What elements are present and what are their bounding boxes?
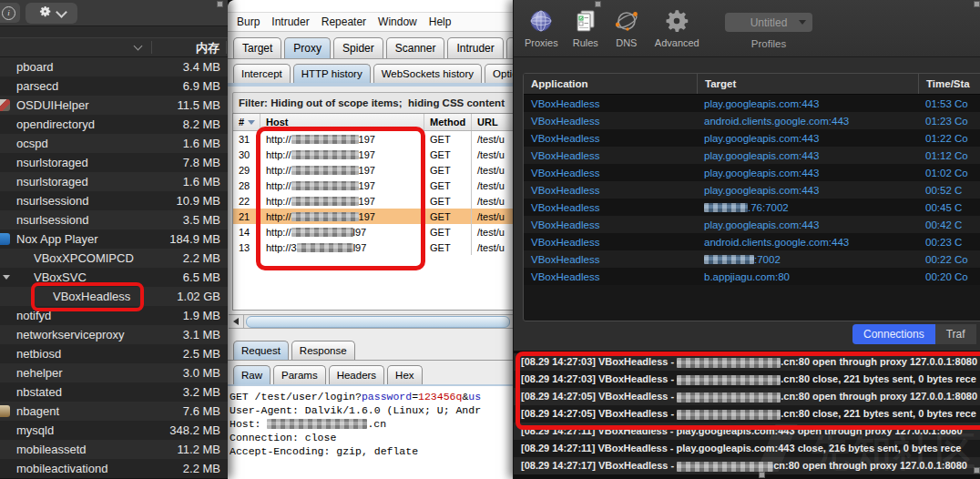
http-history-row[interactable]: 14http://l97GET/test/u <box>233 224 517 240</box>
column-divider <box>226 41 227 54</box>
process-memory: 2.5 MB <box>183 347 220 361</box>
tab-target[interactable]: Target <box>233 37 281 58</box>
host-suffix: 197 <box>359 196 375 207</box>
window-resize-handle[interactable] <box>217 1 223 7</box>
toolbar-button-advanced[interactable]: Advanced <box>655 0 699 56</box>
process-row[interactable]: netbiosd2.5 MB <box>0 344 228 363</box>
tab-request[interactable]: Request <box>233 341 289 360</box>
connection-row[interactable]: VBoxHeadlessb.appjiagu.com:8000:20 Co <box>524 268 980 285</box>
tab-params[interactable]: Params <box>273 365 326 384</box>
window-resize-handle[interactable] <box>974 467 980 474</box>
process-row[interactable]: parsecd6.9 MB <box>0 76 228 96</box>
connection-row[interactable]: VBoxHeadlessplay.googleapis.com:44300:42… <box>524 216 980 233</box>
column-header-method[interactable]: Method <box>424 114 472 130</box>
profiles-dropdown[interactable]: Untitled <box>725 13 812 32</box>
tab-headers[interactable]: Headers <box>329 365 384 384</box>
info-button[interactable]: i <box>0 3 20 23</box>
horizontal-scrollbar[interactable] <box>229 314 518 329</box>
column-header-host[interactable]: Host <box>260 114 424 130</box>
tab-raw[interactable]: Raw <box>233 365 271 384</box>
request-text: GET /test/user/login? <box>230 391 362 403</box>
subtab-intercept[interactable]: Intercept <box>233 64 291 83</box>
connection-row[interactable]: VBoxHeadless:700200:22 Co <box>524 250 980 268</box>
process-row[interactable]: VBoxHeadless1.02 GB <box>0 287 228 306</box>
connection-row[interactable]: VBoxHeadlessplay.googleapis.com:44301:02… <box>524 164 980 181</box>
tab-intruder[interactable]: Intruder <box>447 37 503 58</box>
http-history-row[interactable]: 31http://197GET/test/u <box>233 131 517 147</box>
window-resize-handle[interactable] <box>974 1 980 7</box>
process-row[interactable]: VBoxSVC6.5 MB <box>0 268 228 287</box>
tab-spider[interactable]: Spider <box>333 37 383 58</box>
toolbar-button-rules[interactable]: Rules <box>573 0 598 56</box>
column-header-time-status[interactable]: Time/Sta <box>918 74 980 94</box>
process-memory: 1.9 MB <box>183 309 220 322</box>
tab-connections[interactable]: Connections <box>852 324 935 344</box>
connection-row[interactable]: VBoxHeadlessandroid.clients.google.com:4… <box>524 112 980 129</box>
process-row[interactable]: networkserviceproxy3.1 MB <box>0 325 228 344</box>
connection-row[interactable]: VBoxHeadlessplay.googleapis.com:44301:53… <box>524 95 980 112</box>
process-row[interactable]: nsurlsessiond10.9 MB <box>0 191 228 210</box>
tab-hex[interactable]: Hex <box>387 365 422 384</box>
scroll-left-arrow-icon[interactable] <box>229 315 244 328</box>
menu-item-intruder[interactable]: Intruder <box>271 15 309 28</box>
tab-response[interactable]: Response <box>291 341 355 360</box>
settings-dropdown-button[interactable] <box>26 3 77 24</box>
scrollbar-thumb[interactable] <box>246 316 510 328</box>
http-history-row[interactable]: 29http://197GET/test/u <box>233 162 517 178</box>
process-row[interactable]: mobileactivationd2.2 MB <box>0 459 228 478</box>
tab-proxy[interactable]: Proxy <box>284 37 331 58</box>
http-history-row[interactable]: 21http://197GET/test/u <box>233 209 517 224</box>
subtab-websockets-history[interactable]: WebSockets history <box>373 64 482 83</box>
process-row[interactable]: opendirectoryd8.2 MB <box>0 115 228 134</box>
process-row[interactable]: nbagent7.6 MB <box>0 402 228 421</box>
redacted-blur <box>291 166 359 175</box>
toolbar-label: Advanced <box>655 37 699 48</box>
process-row[interactable]: nbstated3.2 MB <box>0 382 228 402</box>
request-line: Accept-Encoding: gzip, deflate <box>230 445 519 459</box>
toolbar-button-proxies[interactable]: Proxies <box>525 0 558 56</box>
filter-bar[interactable]: Filter: Hiding out of scope items; hidin… <box>232 92 515 114</box>
log-panel[interactable]: [08.29 14:27:03] VBoxHeadless - .cn:80 o… <box>514 351 980 479</box>
disclosure-triangle-icon[interactable] <box>3 275 10 280</box>
menu-item-help[interactable]: Help <box>429 15 452 28</box>
http-history-row[interactable]: 30http://197GET/test/u <box>233 147 517 162</box>
process-row[interactable]: nsurlstoraged7.8 MB <box>0 153 228 172</box>
process-row[interactable]: nehelper3.0 MB <box>0 363 228 382</box>
process-row[interactable]: Nox App Player184.9 MB <box>0 229 228 249</box>
column-header-url[interactable]: URL <box>472 114 517 130</box>
connection-row[interactable]: VBoxHeadlessplay.googleapis.com:44300:52… <box>524 181 980 199</box>
process-row[interactable]: mobileassetd11.2 MB <box>0 440 228 459</box>
menu-item-burp[interactable]: Burp <box>237 15 260 28</box>
connection-row[interactable]: VBoxHeadlessandroid.clients.google.com:4… <box>524 233 980 250</box>
column-header-application[interactable]: Application <box>524 74 697 94</box>
cell-method: GET <box>424 178 472 193</box>
http-history-row[interactable]: 13http://3l97GET/test/u <box>233 240 517 255</box>
tab-traf[interactable]: Traf <box>935 324 976 344</box>
menu-item-repeater[interactable]: Repeater <box>322 15 366 28</box>
connection-row[interactable]: VBoxHeadless.76:700200:45 C <box>524 199 980 216</box>
connection-row[interactable]: VBoxHeadlessplay.googleapis.com:44301:22… <box>524 129 980 147</box>
column-header-number[interactable]: # <box>233 114 260 130</box>
process-row[interactable]: pboard3.4 MB <box>0 57 228 76</box>
process-row[interactable]: nsurlsessiond3.5 MB <box>0 210 228 229</box>
scrollbar-track[interactable] <box>244 315 518 328</box>
process-row[interactable]: ocspd1.6 MB <box>0 134 228 153</box>
window-resize-handle[interactable] <box>759 472 765 478</box>
request-editor[interactable]: GET /test/user/login?password=123456q&us… <box>228 386 519 479</box>
http-history-row[interactable]: 28http://197GET/test/u <box>233 178 517 193</box>
window-resize-handle[interactable] <box>595 1 601 7</box>
process-row[interactable]: nsurlstoraged1.6 MB <box>0 172 228 191</box>
column-header-target[interactable]: Target <box>697 74 918 94</box>
memory-column-header[interactable]: 内存 <box>196 40 219 56</box>
tab-scanner[interactable]: Scanner <box>386 37 445 58</box>
sort-chevron-icon[interactable] <box>134 42 143 51</box>
process-row[interactable]: VBoxXPCOMIPCD2.2 MB <box>0 249 228 268</box>
menu-item-window[interactable]: Window <box>378 15 417 28</box>
process-row[interactable]: mysqld348.2 MB <box>0 421 228 440</box>
subtab-http-history[interactable]: HTTP history <box>293 64 371 83</box>
process-row[interactable]: notifyd1.9 MB <box>0 306 228 325</box>
process-row[interactable]: OSDUIHelper11.5 MB <box>0 96 228 115</box>
toolbar-button-dns[interactable]: DNS <box>613 0 640 56</box>
connection-row[interactable]: VBoxHeadlessplay.googleapis.com:44301:12… <box>524 147 980 164</box>
http-history-row[interactable]: 22http://197GET/test/u <box>233 193 517 209</box>
